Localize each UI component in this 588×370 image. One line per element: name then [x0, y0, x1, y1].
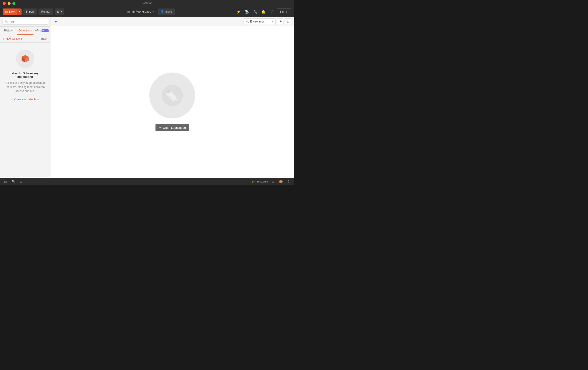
content-tabs-bar: + ··· No Environment ▼ 👁 ⚙ — [51, 17, 294, 26]
env-controls: No Environment ▼ 👁 ⚙ — [243, 18, 291, 25]
env-dropdown-arrow: ▼ — [271, 21, 273, 23]
eye-icon-btn[interactable]: 👁 — [277, 18, 284, 25]
sign-in-button[interactable]: Sign In — [277, 9, 291, 15]
sidebar-search-area: 🔍 — [0, 17, 50, 27]
svg-point-4 — [28, 55, 28, 56]
new-collection-plus-icon: + — [3, 37, 5, 41]
launchpad-pencil-svg — [161, 84, 184, 107]
toolbar-right: ⚡ 📡 🔧 🔔 ♡ Sign In — [236, 9, 291, 15]
trash-button[interactable]: Trash — [41, 37, 47, 40]
intercept-arrow: ▾ — [61, 10, 62, 13]
content-main: ✏ Open Launchpad — [51, 26, 294, 178]
content-area: + ··· No Environment ▼ 👁 ⚙ — [51, 17, 294, 178]
bootcamp-icon: 🎓 — [252, 180, 255, 183]
sidebar: 🔍 History Collections APIs BETA + — [0, 17, 51, 178]
bottom-bar: ⊟ 🔍 ⊞ 🎓 Bootcamp ⊞ 🍪 ? — [0, 178, 294, 185]
search-input[interactable] — [10, 20, 46, 23]
bootcamp-button[interactable]: 🎓 Bootcamp — [252, 180, 268, 183]
new-dropdown-arrow[interactable]: ▾ — [17, 9, 21, 15]
runner-button[interactable]: Runner — [39, 9, 53, 15]
bottom-right: 🎓 Bootcamp ⊞ 🍪 ? — [252, 179, 291, 184]
create-collection-button[interactable]: + Create a collection — [11, 97, 39, 101]
toolbar: ⊞ New ▾ Import Runner ⊡ ▾ ⊞ My Workspace… — [0, 6, 294, 17]
create-plus-icon: + — [11, 97, 13, 101]
sidebar-actions: + New Collection Trash — [0, 35, 50, 43]
workspace-button[interactable]: ⊞ My Workspace ▾ — [125, 9, 156, 15]
workspace-grid-icon: ⊞ — [127, 10, 130, 13]
layout-btn[interactable]: ⊞ — [270, 179, 276, 184]
add-tab-button[interactable]: + — [53, 19, 59, 24]
launchpad-icon — [149, 73, 195, 119]
new-button-label: ⊞ New — [3, 9, 17, 15]
new-collection-button[interactable]: + New Collection — [3, 37, 24, 41]
invite-button[interactable]: 👤 Invite — [158, 9, 175, 15]
minimize-button[interactable] — [8, 2, 10, 5]
import-button[interactable]: Import — [23, 9, 37, 15]
invite-icon: 👤 — [160, 10, 164, 13]
help-btn[interactable]: ? — [286, 179, 291, 184]
intercept-icon: ⊡ — [57, 10, 60, 13]
lightning-icon-btn[interactable]: ⚡ — [236, 9, 242, 15]
tab-collections[interactable]: Collections — [17, 27, 33, 35]
heart-icon-btn[interactable]: ♡ — [269, 9, 275, 15]
sidebar-toggle-btn[interactable]: ⊟ — [3, 179, 8, 184]
new-button[interactable]: ⊞ New ▾ — [3, 9, 21, 15]
add-tab-icon: + — [55, 20, 57, 24]
new-plus-icon: ⊞ — [5, 10, 8, 13]
collection-svg-icon — [20, 54, 30, 64]
more-tabs-button[interactable]: ··· — [60, 19, 66, 24]
maximize-button[interactable] — [12, 2, 15, 5]
workspace-label: My Workspace — [131, 10, 151, 13]
window-controls — [3, 2, 15, 5]
search-bottom-btn[interactable]: 🔍 — [10, 179, 16, 184]
more-tabs-icon: ··· — [62, 20, 64, 24]
cookie-btn[interactable]: 🍪 — [278, 179, 284, 184]
tab-history[interactable]: History — [0, 27, 17, 35]
svg-point-6 — [28, 58, 29, 59]
sidebar-tabs: History Collections APIs BETA — [0, 27, 50, 35]
search-icon: 🔍 — [4, 20, 8, 23]
empty-collections-title: You don't have any collections — [5, 72, 46, 78]
bell-icon-btn[interactable]: 🔔 — [260, 9, 267, 15]
launchpad-btn-icon: ✏ — [159, 126, 161, 130]
environment-selector[interactable]: No Environment ▼ — [243, 18, 276, 25]
beta-badge: BETA — [42, 29, 49, 32]
tab-apis[interactable]: APIs BETA — [33, 27, 50, 35]
empty-collections-desc: Collections let you group related reques… — [5, 81, 46, 93]
sidebar-empty-state: You don't have any collections Collectio… — [0, 43, 50, 178]
svg-point-5 — [22, 56, 23, 57]
search-wrap: 🔍 — [2, 19, 48, 24]
collection-empty-icon — [16, 50, 34, 68]
window-title: Postman — [141, 2, 152, 5]
workspace-dropdown-icon: ▾ — [153, 10, 154, 13]
satellite-icon-btn[interactable]: 📡 — [244, 9, 250, 15]
toolbar-center: ⊞ My Workspace ▾ 👤 Invite — [66, 9, 233, 15]
close-button[interactable] — [3, 2, 6, 5]
open-launchpad-button[interactable]: ✏ Open Launchpad — [156, 124, 189, 131]
intercept-button[interactable]: ⊡ ▾ — [55, 9, 64, 15]
bottom-left: ⊟ 🔍 ⊞ — [3, 179, 24, 184]
title-bar: Postman — [0, 0, 294, 6]
settings-icon-btn[interactable]: ⚙ — [285, 18, 291, 25]
wrench-icon-btn[interactable]: 🔧 — [252, 9, 258, 15]
env-selector-label: No Environment — [246, 20, 265, 23]
console-btn[interactable]: ⊞ — [18, 179, 24, 184]
